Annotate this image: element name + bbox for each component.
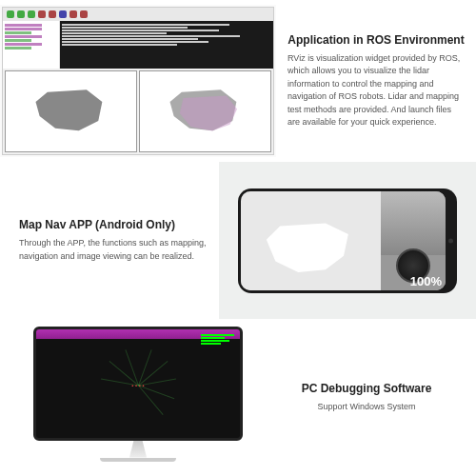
- android-section: Map Nav APP (Android Only) Through the A…: [0, 162, 476, 319]
- toolbar-btn: [69, 10, 77, 18]
- ros-heading: Application in ROS Environment: [288, 33, 465, 47]
- monitor-mockup: • • • •: [33, 327, 243, 469]
- toolbar-btn: [17, 10, 25, 18]
- android-body: Through the APP, the functions such as m…: [19, 237, 209, 263]
- scan-info: [201, 333, 234, 346]
- toolbar-btn: [59, 10, 67, 18]
- toolbar-btn: [7, 10, 14, 18]
- pc-section: • • • • PC Debugging Software Support Wi…: [0, 319, 476, 476]
- phone-map-view: [241, 191, 381, 290]
- lidar-scan-view: • • • •: [46, 344, 230, 428]
- ros-section: Application in ROS Environment RViz is v…: [0, 0, 476, 162]
- rviz-panel-right: [139, 70, 271, 152]
- android-screenshot: Back 100%: [219, 162, 476, 319]
- pc-heading: PC Debugging Software: [271, 382, 462, 395]
- terminal: [60, 21, 273, 69]
- android-heading: Map Nav APP (Android Only): [19, 218, 209, 231]
- toolbar-btn: [49, 10, 56, 18]
- toolbar-btn: [28, 10, 35, 18]
- toolbar-btn: [80, 10, 88, 18]
- pc-screenshot: • • • •: [0, 319, 257, 476]
- pc-body: Support Windows System: [271, 401, 462, 414]
- monitor-stand: [124, 441, 152, 458]
- code-editor: [3, 21, 60, 69]
- phone-camera-dot: [448, 238, 453, 243]
- phone-mockup: Back 100%: [238, 188, 457, 293]
- percent-label: 100%: [410, 274, 442, 288]
- ros-screenshot: [0, 5, 276, 157]
- monitor-base: [100, 458, 176, 462]
- ide-mockup: [2, 7, 274, 155]
- phone-camera-view: 100%: [381, 191, 446, 290]
- rviz-panel-left: [5, 70, 137, 152]
- ros-body: RViz is visualization widget provided by…: [288, 52, 465, 129]
- ide-toolbar: [3, 8, 273, 21]
- toolbar-btn: [38, 10, 46, 18]
- monitor-screen: • • • •: [33, 327, 243, 441]
